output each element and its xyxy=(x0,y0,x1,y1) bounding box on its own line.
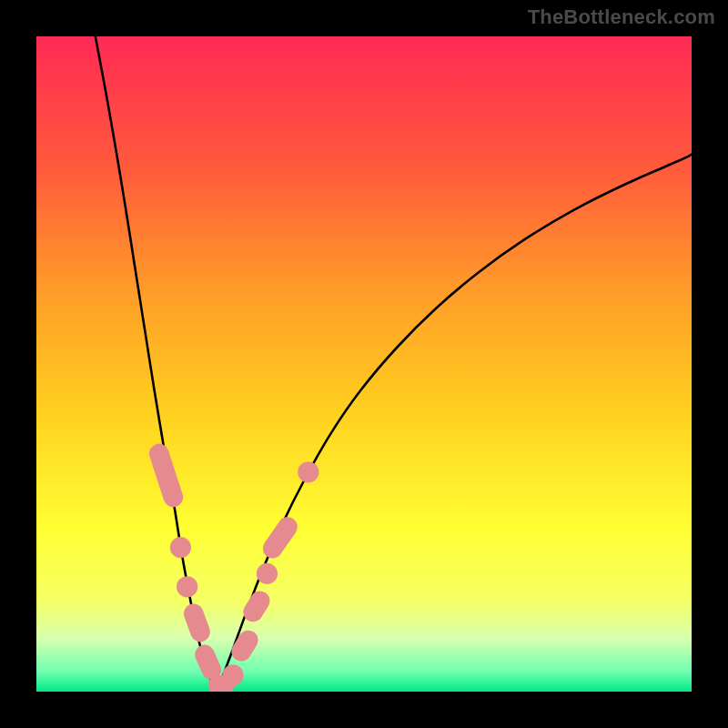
marker-dot-11 xyxy=(298,461,318,482)
marker-dot-2 xyxy=(177,576,197,597)
bottleneck-curve-chart xyxy=(36,36,692,692)
chart-stage: TheBottleneck.com xyxy=(0,0,728,728)
marker-dot-1 xyxy=(170,537,191,558)
marker-dot-6 xyxy=(222,664,243,685)
gradient-background xyxy=(36,36,692,692)
plot-area xyxy=(36,36,692,692)
watermark-text: TheBottleneck.com xyxy=(528,5,715,29)
marker-dot-9 xyxy=(257,563,278,584)
